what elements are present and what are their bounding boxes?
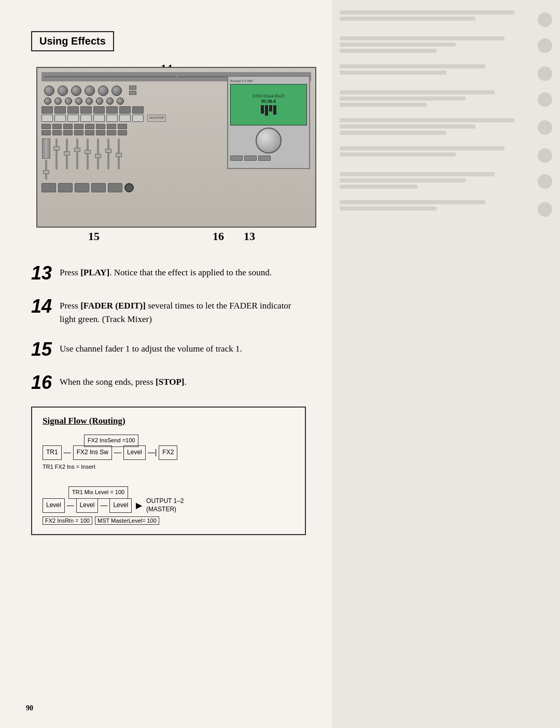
device-btn bbox=[107, 130, 116, 135]
flow-box-tr1: TR1 bbox=[43, 445, 62, 460]
text-line bbox=[340, 118, 514, 122]
transport-btn bbox=[91, 183, 106, 192]
device-btn bbox=[67, 106, 79, 114]
sidebar-item bbox=[340, 36, 552, 55]
device-btn bbox=[119, 106, 131, 114]
device-btn bbox=[132, 106, 144, 114]
flow-arrow: — bbox=[67, 499, 74, 512]
sidebar-text bbox=[340, 64, 534, 77]
output-label: OUTPUT 1–2(MASTER) bbox=[146, 497, 184, 513]
step-text-15: Use channel fader 1 to adjust the volume… bbox=[60, 340, 242, 356]
small-knob bbox=[117, 97, 124, 105]
transport-section bbox=[41, 183, 223, 192]
device-btn bbox=[96, 130, 105, 135]
knob bbox=[58, 86, 68, 96]
device-btn-light bbox=[93, 115, 105, 122]
display-screen: 0/016 01ns4-05s23 01:36.4 bbox=[230, 84, 307, 125]
device-display: Roland VS-880 0/016 01ns4-05s23 01:36.4 bbox=[227, 76, 310, 169]
small-knob bbox=[65, 97, 72, 105]
step-text-14: Press [FADER (EDIT)] several times to le… bbox=[60, 297, 306, 326]
main-content: Using Effects 14 bbox=[0, 0, 332, 728]
device-btn bbox=[74, 130, 83, 135]
small-knob bbox=[106, 97, 114, 105]
sidebar-dot bbox=[538, 92, 552, 107]
sidebar-item bbox=[340, 118, 552, 137]
page-number: 90 bbox=[26, 704, 33, 712]
text-line bbox=[340, 10, 514, 15]
display-buttons bbox=[230, 156, 307, 161]
sidebar-text bbox=[340, 200, 534, 213]
device-btn-light bbox=[106, 115, 118, 122]
sidebar-text bbox=[340, 36, 534, 55]
flow-box-level-3: Level bbox=[109, 498, 132, 513]
diagram-label-13: 13 bbox=[244, 230, 255, 243]
section-header: Using Effects bbox=[31, 31, 114, 51]
step-13: 13 Press [PLAY]. Notice that the effect … bbox=[31, 264, 306, 283]
device-image: MASTER bbox=[36, 67, 316, 228]
sidebar-text bbox=[340, 90, 534, 109]
fader-handle bbox=[64, 151, 70, 156]
fader-col bbox=[83, 138, 92, 180]
step-number-15: 15 bbox=[31, 340, 60, 359]
fader-col bbox=[41, 138, 51, 180]
text-line bbox=[340, 124, 475, 129]
sidebar-dot bbox=[538, 66, 552, 81]
brand-label: Roland VS-880 bbox=[230, 79, 307, 83]
device-btn bbox=[93, 106, 105, 114]
text-line bbox=[340, 103, 427, 107]
text-line bbox=[340, 200, 485, 204]
device-btn bbox=[85, 130, 94, 135]
fader-handle bbox=[74, 148, 80, 152]
device-btn bbox=[107, 124, 116, 129]
sidebar-text bbox=[340, 146, 534, 159]
signal-label-bottom: FX2 InsRtn = 100 MST MasterLevel= 100 bbox=[43, 516, 295, 526]
small-knob bbox=[54, 97, 62, 105]
button-row-1 bbox=[41, 106, 223, 114]
text-line bbox=[340, 206, 437, 211]
text-line bbox=[340, 49, 437, 53]
key-name: [STOP] bbox=[156, 377, 184, 387]
fader-col bbox=[73, 138, 82, 180]
step-number-16: 16 bbox=[31, 373, 60, 392]
text-line bbox=[340, 185, 417, 189]
flow-row-1: TR1 — FX2 Ins Sw — Level —| FX2 bbox=[43, 445, 295, 460]
fader-track bbox=[45, 160, 47, 180]
fader-handle bbox=[53, 146, 60, 150]
sidebar-dot bbox=[538, 38, 552, 53]
flow-box-level: Level bbox=[123, 445, 146, 460]
display-btn bbox=[258, 156, 271, 161]
device-btn-light bbox=[67, 115, 79, 122]
signal-flow-box: Signal Flow (Routing) FX2 InsSend =100 T… bbox=[31, 407, 306, 535]
text-line bbox=[340, 146, 505, 150]
signal-label-span: FX2 InsRtn = 100 bbox=[43, 516, 92, 525]
knob bbox=[71, 86, 81, 96]
transport-btn bbox=[108, 183, 122, 192]
key-name: [FADER (EDIT)] bbox=[80, 301, 146, 311]
flow-box-level-2: Level bbox=[76, 498, 99, 513]
flow-box-level-1: Level bbox=[43, 498, 65, 513]
fader-handle bbox=[116, 153, 122, 157]
sidebar-item bbox=[340, 90, 552, 109]
sidebar-item bbox=[340, 172, 552, 191]
knob bbox=[98, 86, 108, 96]
signal-flow-title: Signal Flow (Routing) bbox=[43, 416, 295, 426]
device-btn bbox=[106, 106, 118, 114]
step-15: 15 Use channel fader 1 to adjust the vol… bbox=[31, 340, 306, 359]
device-btn bbox=[41, 124, 51, 129]
device-btn bbox=[118, 124, 127, 129]
device-btn-light bbox=[41, 115, 53, 122]
device-body: MASTER bbox=[37, 68, 315, 227]
text-line bbox=[340, 96, 466, 101]
master-label: MASTER bbox=[147, 115, 166, 122]
step-text-13: Press [PLAY]. Notice that the effect is … bbox=[60, 264, 272, 279]
small-knob bbox=[75, 97, 82, 105]
text-line bbox=[340, 131, 446, 135]
step-16: 16 When the song ends, press [STOP]. bbox=[31, 373, 306, 392]
device-btn bbox=[52, 124, 62, 129]
device-btn bbox=[41, 106, 53, 114]
diagram-label-15: 15 bbox=[88, 230, 100, 243]
signal-label-span-2: MST MasterLevel= 100 bbox=[95, 516, 159, 525]
diagram-label-16: 16 bbox=[213, 230, 224, 243]
device-btn bbox=[118, 130, 127, 135]
text-line bbox=[340, 17, 475, 21]
